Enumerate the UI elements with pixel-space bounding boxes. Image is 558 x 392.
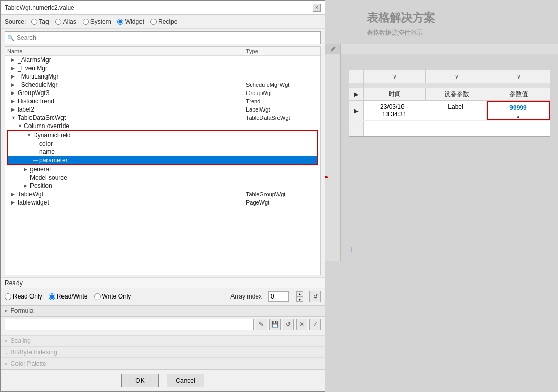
expand-icon: ▼ [11,115,18,120]
v-icon-2: ∨ [455,73,459,80]
tree-item-multilangmgr[interactable]: ▶ _MultiLangMgr [5,72,320,81]
tree-item-parameter[interactable]: — parameter [8,156,317,164]
col-headers: 时间 设备参数 参数值 [364,88,550,100]
write-only-radio[interactable] [94,293,101,300]
expand-icon: ▼ [18,123,24,129]
formula-section-header[interactable]: ≈ Formula [1,305,325,317]
tree-header: Name Type [5,47,320,56]
item-type: ScheduleMgrWgt [246,82,318,88]
item-name: DynamicField [33,132,243,139]
item-type: Trend [246,98,318,104]
tree-item-alarmsmgr[interactable]: ▶ _AlarmsMgr [5,56,320,64]
ruler-spacer [349,83,364,88]
item-name: Position [30,182,246,190]
expand-icon: ▶ [24,183,30,189]
item-name: Model source [30,174,246,181]
source-system-option[interactable]: System [83,18,111,25]
tree-item-eventmgr[interactable]: ▶ _EventMgr [5,64,320,72]
canvas-table-widget[interactable]: ∨ ∨ ∨ [349,70,550,137]
expand-icon: ▶ [24,167,30,172]
expand-icon: ▶ [11,57,18,62]
write-only-option[interactable]: Write Only [94,293,131,300]
close-button[interactable]: × [313,4,321,12]
tree-item-schedulemgr[interactable]: ▶ _ScheduleMgr ScheduleMgrWgt [5,81,320,89]
tree-item-historictrend[interactable]: ▶ HistoricTrend Trend [5,97,320,105]
tree-item-general[interactable]: ▶ general [5,165,320,174]
item-type: GroupWgt [246,90,318,96]
write-only-label: Write Only [102,293,131,300]
v-button-1[interactable]: ∨ [364,70,426,83]
item-name: _AlarmsMgr [18,56,246,64]
read-write-option[interactable]: Read/Write [49,293,88,300]
expand-icon: ▶ [11,107,18,112]
formula-undo-button[interactable]: ↺ [283,319,294,330]
item-name: TableWgt [18,191,246,198]
col-header-time: 时间 [364,88,426,100]
array-index-input[interactable] [268,291,289,302]
tree-item-groupwgt3[interactable]: ▶ GroupWgt3 GroupWgt [5,89,320,97]
source-recipe-option[interactable]: Recipe [150,18,177,25]
scaling-icon: ≈ [5,338,8,344]
read-write-radio[interactable] [49,293,55,300]
item-name: _ScheduleMgr [18,81,246,88]
formula-delete-button[interactable]: ✕ [296,319,307,330]
confirm-icon: ✓ [313,321,318,328]
source-alias-radio[interactable] [55,19,61,25]
canvas-title-area: 表格解决方案 表格数据源控件演示 [326,0,558,44]
canvas-panel: 表格解决方案 表格数据源控件演示 ∨ [326,0,558,392]
item-name: name [39,148,243,155]
tree-item-name[interactable]: — name [8,148,317,156]
item-name: general [30,166,246,173]
source-system-radio[interactable] [83,19,89,25]
read-only-radio[interactable] [5,293,11,300]
access-row: Read Only Read/Write Write Only Array in… [1,288,325,305]
refresh-button[interactable]: ↺ [309,291,321,302]
tree-item-tablewidget[interactable]: ▶ tablewidget PageWgt [5,198,320,207]
source-tag-radio[interactable] [31,19,37,25]
tree-item-position[interactable]: ▶ Position [5,182,320,190]
table-nav-row: ▶ 时间 设备参数 参数值 [349,88,550,101]
cancel-button[interactable]: Cancel [167,374,204,387]
colorpalette-section-header[interactable]: ≈ Color Palette [1,358,325,369]
source-alias-option[interactable]: Alias [55,18,76,25]
tree-item-dynamicfield[interactable]: ▼ DynamicField [8,131,317,139]
tree-item-color[interactable]: — color [8,139,317,148]
bitbyte-section-header[interactable]: ≈ Bit/Byte Indexing [1,347,325,358]
row-nav-btn[interactable]: ▶ [349,101,364,120]
source-widget-radio[interactable] [117,19,123,25]
undo-icon: ↺ [286,321,291,328]
read-only-option[interactable]: Read Only [5,293,42,300]
spin-up-button[interactable]: ▲ [296,291,303,296]
scaling-section-header[interactable]: ≈ Scaling [1,335,325,347]
empty-row-1 [349,121,550,136]
v-button-2[interactable]: ∨ [426,70,488,83]
tree-item-label2[interactable]: ▶ label2 LabelWgt [5,105,320,114]
edit-icon: ✎ [259,321,264,328]
tree-item-column-override[interactable]: ▼ Column override [5,122,320,130]
ok-button[interactable]: OK [121,374,159,387]
tree-col-name: Name [7,48,246,54]
formula-confirm-button[interactable]: ✓ [309,319,321,330]
source-widget-option[interactable]: Widget [117,18,144,25]
source-recipe-radio[interactable] [150,19,157,25]
empty-row-content [364,121,550,136]
nav-btn-1[interactable]: ▶ [349,88,364,100]
formula-input[interactable] [5,319,254,330]
tree-item-model-source[interactable]: Model source [5,174,320,182]
formula-icon: ≈ [5,308,8,314]
formula-edit-button[interactable]: ✎ [256,319,267,330]
v-button-3[interactable]: ∨ [488,70,550,83]
formula-label: Formula [11,307,34,315]
tree-item-tabledatasrcwgt[interactable]: ▼ TableDataSrcWgt TableDataSrcWgt [5,114,320,122]
search-input[interactable] [5,31,321,44]
tree-item-tablewgt[interactable]: ▶ TableWgt TableGroupWgt [5,190,320,198]
status-text: Ready [5,279,23,287]
col-header-device-param: 设备参数 [426,88,488,100]
source-tag-option[interactable]: Tag [31,18,49,25]
tree-area[interactable]: Name Type ▶ _AlarmsMgr ▶ _EventMgr ▶ _Mu… [5,46,321,275]
source-label: Source: [5,18,26,25]
spin-down-button[interactable]: ▼ [296,296,303,302]
formula-save-button[interactable]: 💾 [269,319,281,330]
search-box: 🔍 [5,31,321,44]
expand-icon: — [33,149,39,154]
